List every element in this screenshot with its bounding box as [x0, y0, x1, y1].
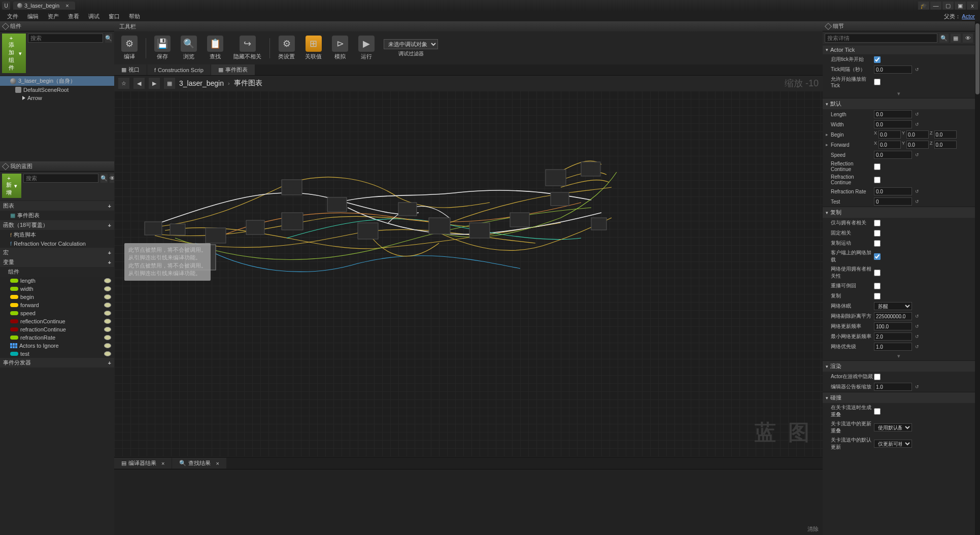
tab-close-icon[interactable]: × [65, 3, 69, 9]
reset-icon[interactable]: ↺ [914, 344, 920, 350]
select-关卡流送中的默认更新[interactable]: 仅更新可移动项 [874, 440, 912, 448]
input-Begin-y[interactable] [906, 130, 929, 139]
menu-asset[interactable]: 资产 [44, 12, 63, 21]
breadcrumb-leaf[interactable]: 事件图表 [234, 79, 262, 88]
category-Actor Tick[interactable]: Actor Tick [823, 45, 975, 54]
close-button[interactable]: x [967, 2, 978, 10]
toolbar-header[interactable]: 工具栏 [114, 21, 823, 31]
menu-help[interactable]: 帮助 [125, 12, 144, 21]
graph-event[interactable]: ▦事件图表 [0, 211, 114, 220]
bottom-tab-查找结果[interactable]: 🔍查找结果× [172, 458, 226, 469]
input-网络优先级[interactable] [874, 343, 912, 351]
graph-tab-事件图表[interactable]: ▦事件图表 [211, 64, 255, 75]
reset-icon[interactable]: ↺ [914, 111, 920, 117]
add-dispatcher-icon[interactable]: + [108, 360, 111, 366]
add-component-button[interactable]: + 添加组件 [2, 34, 26, 73]
details-search-input[interactable] [825, 34, 937, 43]
input-Tick间隔（秒）[interactable] [874, 65, 912, 74]
toolbar-模拟[interactable]: ⊳模拟 [328, 35, 352, 61]
visibility-icon[interactable] [104, 294, 111, 299]
variable-forward[interactable]: forward [0, 301, 114, 309]
toolbar-浏览[interactable]: 🔍浏览 [177, 35, 201, 61]
reset-icon[interactable]: ↺ [914, 66, 920, 73]
add-function-icon[interactable]: + [108, 222, 111, 228]
reset-icon[interactable]: ↺ [914, 121, 920, 127]
bottom-tab-编译器结果[interactable]: ▤编译器结果× [114, 458, 172, 469]
input-网络更新频率[interactable] [874, 322, 912, 330]
component-self[interactable]: 3_laser_begin（自身） [0, 76, 114, 86]
reset-icon[interactable]: ↺ [914, 333, 920, 340]
section-functions[interactable]: 函数（18可覆盖）+ [0, 220, 114, 230]
component-default-scene-root[interactable]: DefaultSceneRoot [0, 86, 114, 94]
checkbox-复制[interactable] [874, 293, 881, 299]
search-icon[interactable]: 🔍 [105, 34, 112, 43]
visibility-icon[interactable] [104, 351, 111, 356]
category-复制[interactable]: 复制 [823, 207, 975, 218]
components-panel-header[interactable]: 组件 [0, 21, 114, 31]
variable-reflectionContinue[interactable]: reflectionContinue [0, 317, 114, 325]
scroll-thumb[interactable] [975, 23, 979, 94]
window-tab[interactable]: 3_laser_begin × [13, 2, 75, 10]
input-Forward-x[interactable] [878, 141, 901, 149]
reset-icon[interactable]: ↺ [914, 198, 920, 205]
menu-debug[interactable]: 调试 [84, 12, 104, 21]
checkbox-Actor在游戏中隐藏[interactable] [874, 374, 881, 380]
variable-length[interactable]: length [0, 277, 114, 285]
toolbar-关联值[interactable]: ⊞关联值 [301, 35, 326, 61]
visibility-icon[interactable] [104, 286, 111, 291]
category-渲染[interactable]: 渲染 [823, 360, 975, 372]
toolbar-查找[interactable]: 📋查找 [203, 35, 227, 61]
components-search-input[interactable] [28, 34, 103, 43]
visibility-icon[interactable] [104, 303, 111, 308]
variable-width[interactable]: width [0, 285, 114, 293]
checkbox-客户端上的网络加载[interactable] [874, 253, 881, 260]
grid-icon[interactable]: ▦ [164, 78, 175, 89]
add-macro-icon[interactable]: + [108, 250, 111, 256]
input-最小网络更新频率[interactable] [874, 332, 912, 341]
visibility-icon[interactable] [104, 335, 111, 340]
eye-icon[interactable]: 👁 [963, 34, 973, 43]
parent-class-link[interactable]: Actor [962, 13, 975, 19]
input-Begin-z[interactable] [934, 130, 957, 139]
graph-tab-视口[interactable]: ▦视口 [114, 64, 147, 75]
input-Test[interactable] [874, 197, 912, 206]
input-网络剔除距离平方[interactable] [874, 312, 912, 320]
checkbox-仅与拥有者相关[interactable] [874, 220, 881, 226]
favorite-button[interactable]: ☆ [118, 78, 129, 89]
minimize-button[interactable]: — [930, 2, 941, 10]
search-icon[interactable]: 🔍 [939, 34, 949, 43]
checkbox-启用tick并开始[interactable] [874, 56, 881, 63]
breadcrumb-root[interactable]: 3_laser_begin [179, 79, 224, 87]
input-编辑器公告板缩放[interactable] [874, 383, 912, 391]
input-Length[interactable] [874, 110, 912, 118]
menu-view[interactable]: 查看 [64, 12, 83, 21]
grid-view-icon[interactable]: ▦ [951, 34, 961, 43]
menu-file[interactable]: 文件 [3, 12, 22, 21]
reset-icon[interactable]: ↺ [914, 188, 920, 194]
help-icon[interactable]: 🎓 [918, 2, 929, 10]
component-arrow[interactable]: Arrow [0, 94, 114, 102]
variable-Actors to Ignore[interactable]: Actors to Ignore [0, 342, 114, 350]
menu-edit[interactable]: 编辑 [23, 12, 43, 21]
toolbar-保存[interactable]: 💾保存 [150, 35, 175, 61]
visibility-icon[interactable] [104, 343, 111, 348]
input-Begin-x[interactable] [878, 130, 901, 139]
fn-refraction[interactable]: fRefraction Vector Calculation [0, 240, 114, 248]
visibility-icon[interactable] [104, 311, 111, 316]
checkbox-Reflection Continue[interactable] [874, 163, 881, 170]
restore-button[interactable]: ▢ [942, 2, 954, 10]
checkbox-重播可倒回[interactable] [874, 283, 881, 289]
variable-refractionRate[interactable]: refractionRate [0, 333, 114, 342]
input-Width[interactable] [874, 120, 912, 128]
add-variable-icon[interactable]: + [108, 259, 111, 265]
category-默认[interactable]: 默认 [823, 98, 975, 109]
input-Forward-y[interactable] [906, 141, 929, 149]
close-icon[interactable]: × [216, 460, 219, 466]
checkbox-复制运动[interactable] [874, 240, 881, 247]
details-panel-header[interactable]: 细节 [823, 21, 975, 31]
section-components-vars[interactable]: 组件 [0, 267, 114, 277]
select-网络休眠[interactable]: 苏醒 [874, 302, 912, 310]
variable-speed[interactable]: speed [0, 309, 114, 317]
myblueprint-panel-header[interactable]: 我的蓝图 [0, 161, 114, 172]
toolbar-编译[interactable]: ⚙编译 [117, 35, 142, 61]
